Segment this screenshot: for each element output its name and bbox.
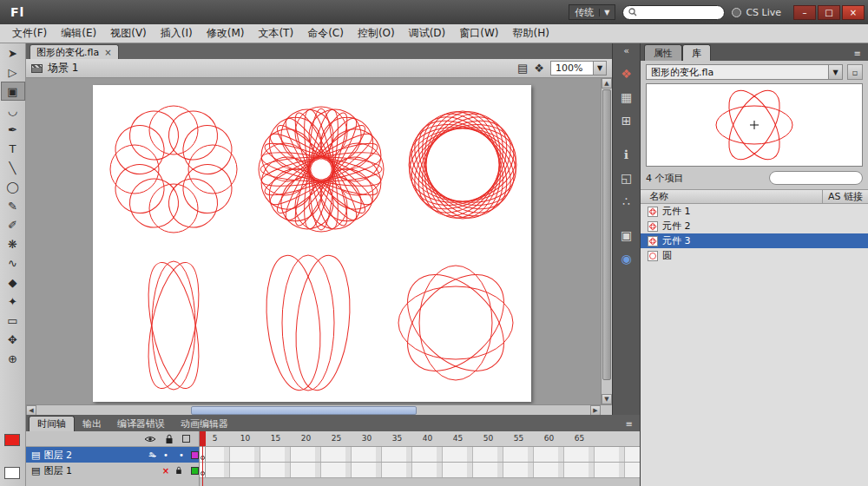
menu-file[interactable]: 文件(F) xyxy=(5,24,54,43)
restore-button[interactable]: □ xyxy=(818,5,840,20)
playhead[interactable] xyxy=(200,431,206,446)
panel-menu-icon[interactable]: ≡ xyxy=(854,49,868,61)
tab-compiler-errors[interactable]: 编译器错误 xyxy=(109,416,173,431)
show-hide-eye-icon[interactable] xyxy=(144,435,156,443)
menu-help[interactable]: 帮助(H) xyxy=(506,24,556,43)
layer-row-2[interactable]: ▤ 图层 2 ✎ • • xyxy=(26,447,199,463)
oval-tool[interactable]: ◯ xyxy=(1,177,25,196)
bone-tool[interactable]: ∿ xyxy=(1,253,25,273)
free-transform-tool[interactable]: ▣ xyxy=(1,82,25,101)
selection-tool[interactable]: ➤ xyxy=(1,43,25,62)
layer-hidden-x-icon[interactable]: × xyxy=(160,466,172,476)
list-item-selected[interactable]: 元件 3 xyxy=(641,233,868,248)
transform-panel-icon[interactable]: ◱ xyxy=(616,167,637,188)
document-tab[interactable]: 图形的变化.fla × xyxy=(30,44,119,59)
workspace-switcher[interactable]: 传统 ▼ xyxy=(569,4,615,20)
layer-lock-dot[interactable]: • xyxy=(175,450,187,460)
align-panel-icon[interactable]: ⊞ xyxy=(616,110,637,131)
tab-library[interactable]: 库 xyxy=(682,44,711,61)
deco-tool[interactable]: ❋ xyxy=(1,234,25,253)
vertical-scrollbar[interactable]: ▲ ▼ xyxy=(601,78,612,404)
list-item[interactable]: 元件 1 xyxy=(641,204,868,219)
tab-timeline[interactable]: 时间轴 xyxy=(29,416,75,431)
stage[interactable] xyxy=(93,85,531,402)
outline-view-icon[interactable] xyxy=(182,435,190,443)
help-search-box[interactable] xyxy=(622,5,725,20)
menu-insert[interactable]: 插入(I) xyxy=(154,24,200,43)
text-tool[interactable]: T xyxy=(1,139,25,158)
layer-frames-row[interactable] xyxy=(200,463,640,478)
hand-tool[interactable]: ✥ xyxy=(1,330,25,349)
cs-live-button[interactable]: CS Live xyxy=(732,7,781,18)
vertical-scroll-thumb[interactable] xyxy=(602,89,611,380)
layer-lock-dot[interactable] xyxy=(175,466,187,475)
line-tool[interactable]: ╲ xyxy=(1,158,25,177)
layer-outline-color[interactable] xyxy=(191,467,199,475)
layer-frames-row[interactable] xyxy=(200,447,640,463)
help-search-input[interactable] xyxy=(641,7,715,18)
close-icon[interactable]: × xyxy=(104,48,111,57)
library-search-box[interactable] xyxy=(769,171,863,185)
code-snippets-panel-icon[interactable]: ∴ xyxy=(616,191,637,212)
panel-menu-icon[interactable]: ≡ xyxy=(626,419,640,431)
layer-visibility-dot[interactable]: • xyxy=(160,450,172,460)
frame-ruler[interactable]: 5 10 15 20 25 30 35 40 45 50 55 60 65 xyxy=(200,431,640,447)
library-search-input[interactable] xyxy=(778,174,868,183)
layer-outline-color[interactable] xyxy=(191,451,199,459)
edit-scene-icon[interactable]: ▤ xyxy=(517,62,528,75)
column-name[interactable]: 名称 xyxy=(641,190,822,203)
canvas-pasteboard[interactable]: ▲ ▼ xyxy=(26,78,612,404)
pin-library-icon[interactable]: ▫ xyxy=(847,64,863,80)
lasso-tool[interactable]: ◡ xyxy=(1,101,25,120)
timeline-frames-area[interactable]: 5 10 15 20 25 30 35 40 45 50 55 60 65 xyxy=(200,431,640,486)
brush-tool[interactable]: ✐ xyxy=(1,215,25,234)
layer-name[interactable]: 图层 1 xyxy=(43,464,156,477)
subselection-tool[interactable]: ▷ xyxy=(1,62,25,82)
eraser-tool[interactable]: ▭ xyxy=(1,311,25,330)
scroll-down-icon[interactable]: ▼ xyxy=(602,394,612,404)
color-panel-icon[interactable]: ❖ xyxy=(616,63,637,84)
layer-name[interactable]: 图层 2 xyxy=(43,449,145,462)
list-item[interactable]: 元件 2 xyxy=(641,219,868,233)
eyedropper-tool[interactable]: ✦ xyxy=(1,292,25,311)
menu-modify[interactable]: 修改(M) xyxy=(200,24,252,43)
tab-properties[interactable]: 属性 xyxy=(644,44,682,61)
minimize-button[interactable]: – xyxy=(793,5,816,20)
menu-text[interactable]: 文本(T) xyxy=(251,24,300,43)
paint-bucket-tool[interactable]: ◆ xyxy=(1,273,25,292)
stroke-color-swatch[interactable] xyxy=(4,434,20,446)
menu-edit[interactable]: 编辑(E) xyxy=(54,24,103,43)
tab-motion-editor[interactable]: 动画编辑器 xyxy=(173,416,236,431)
menu-window[interactable]: 窗口(W) xyxy=(452,24,505,43)
edit-symbol-icon[interactable]: ❖ xyxy=(534,62,544,75)
pen-tool[interactable]: ✒ xyxy=(1,120,25,139)
tab-output[interactable]: 输出 xyxy=(75,416,109,431)
registration-point-icon xyxy=(750,121,759,129)
menu-control[interactable]: 控制(O) xyxy=(351,24,402,43)
menu-commands[interactable]: 命令(C) xyxy=(300,24,351,43)
lock-icon[interactable] xyxy=(165,434,174,444)
library-document-select[interactable]: 图形的变化.fla ▼ xyxy=(646,64,843,80)
layer-row-1[interactable]: ▤ 图层 1 × xyxy=(26,463,199,478)
info-panel-icon[interactable]: ℹ xyxy=(616,144,637,165)
column-as-linkage[interactable]: AS 链接 xyxy=(822,190,868,203)
web-panel-icon[interactable]: ◉ xyxy=(616,248,637,269)
menu-view[interactable]: 视图(V) xyxy=(103,24,154,43)
list-item[interactable]: 圆 xyxy=(641,248,868,263)
fill-color-swatch[interactable] xyxy=(4,467,20,479)
zoom-combo[interactable]: 100% ▼ xyxy=(550,61,607,76)
horizontal-scrollbar[interactable]: ◀ ▶ xyxy=(26,404,612,415)
swatches-panel-icon[interactable]: ▦ xyxy=(616,87,637,108)
menu-debug[interactable]: 调试(D) xyxy=(402,24,453,43)
zoom-tool[interactable]: ⊕ xyxy=(1,349,25,368)
horizontal-scroll-thumb[interactable] xyxy=(191,406,417,415)
pencil-tool[interactable]: ✎ xyxy=(1,196,25,215)
chevron-down-icon[interactable]: ▼ xyxy=(828,65,842,79)
scroll-up-icon[interactable]: ▲ xyxy=(602,78,612,89)
flash-app-window: Fl 传统 ▼ CS Live – □ × 文件(F) 编辑(E) 视图( xyxy=(0,0,868,486)
scene-label[interactable]: 场景 1 xyxy=(48,61,78,76)
expand-panels-icon[interactable]: « xyxy=(623,45,629,56)
components-panel-icon[interactable]: ▣ xyxy=(616,225,637,246)
chevron-down-icon[interactable]: ▼ xyxy=(593,62,606,75)
close-button[interactable]: × xyxy=(842,5,865,20)
